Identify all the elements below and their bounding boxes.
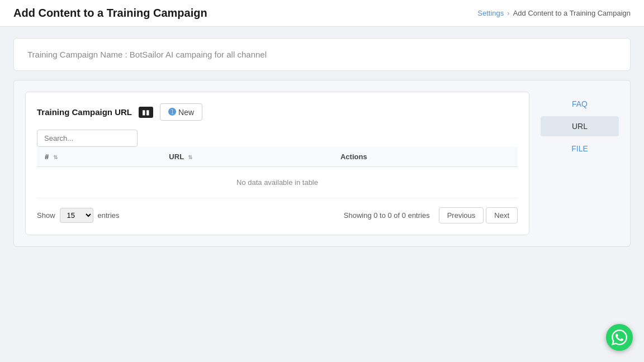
side-nav-file[interactable]: FILE: [541, 139, 619, 159]
table-footer: Show 15 10 25 50 100 entries Showing 0 t…: [37, 207, 518, 223]
entries-label: entries: [98, 211, 120, 220]
breadcrumb: Settings › Add Content to a Training Cam…: [477, 9, 631, 17]
side-panel: FAQ URL FILE: [541, 92, 619, 235]
main-content: Training Campaign Name : BotSailor AI ca…: [0, 27, 644, 258]
next-button[interactable]: Next: [486, 207, 518, 223]
footer-right: Showing 0 to 0 of 0 entries Previous Nex…: [344, 207, 518, 223]
page-title: Add Content to a Training Campaign: [13, 7, 207, 20]
video-icon: ▮▮: [139, 107, 153, 118]
show-entries: Show 15 10 25 50 100 entries: [37, 208, 120, 223]
table-panel: Training Campaign URL ▮▮ ➊ New # ⇅: [25, 92, 529, 235]
data-table: # ⇅ URL ⇅ Actions No data available in t…: [37, 147, 518, 198]
table-header-row: Training Campaign URL ▮▮ ➊ New: [37, 103, 518, 121]
breadcrumb-separator: ›: [507, 9, 509, 17]
campaign-name-box: Training Campaign Name : BotSailor AI ca…: [13, 38, 631, 71]
entries-select[interactable]: 15 10 25 50 100: [60, 208, 93, 223]
side-nav-url[interactable]: URL: [541, 116, 619, 136]
pagination-info: Showing 0 to 0 of 0 entries: [344, 211, 430, 220]
breadcrumb-current: Add Content to a Training Campaign: [513, 9, 631, 17]
breadcrumb-settings[interactable]: Settings: [477, 9, 504, 17]
col-hash: # ⇅: [37, 147, 161, 167]
content-section: Training Campaign URL ▮▮ ➊ New # ⇅: [13, 80, 631, 247]
col-url: URL ⇅: [161, 147, 333, 167]
top-bar: Add Content to a Training Campaign Setti…: [0, 0, 644, 27]
campaign-name-text: Training Campaign Name : BotSailor AI ca…: [27, 50, 267, 59]
search-input[interactable]: [37, 130, 138, 147]
no-data-cell: No data available in table: [37, 167, 518, 198]
show-label: Show: [37, 211, 55, 220]
no-data-row: No data available in table: [37, 167, 518, 198]
plus-icon: ➊: [168, 107, 176, 117]
previous-button[interactable]: Previous: [439, 207, 484, 223]
new-button[interactable]: ➊ New: [160, 103, 202, 121]
col-actions: Actions: [333, 147, 518, 167]
table-header-row-cols: # ⇅ URL ⇅ Actions: [37, 147, 518, 167]
new-button-label: New: [178, 108, 194, 117]
search-container: [37, 130, 518, 147]
side-nav-faq[interactable]: FAQ: [541, 94, 619, 114]
sort-icon-url: ⇅: [188, 154, 192, 160]
pagination-buttons: Previous Next: [439, 207, 518, 223]
sort-icon-hash: ⇅: [53, 154, 58, 160]
table-title: Training Campaign URL: [37, 107, 132, 117]
